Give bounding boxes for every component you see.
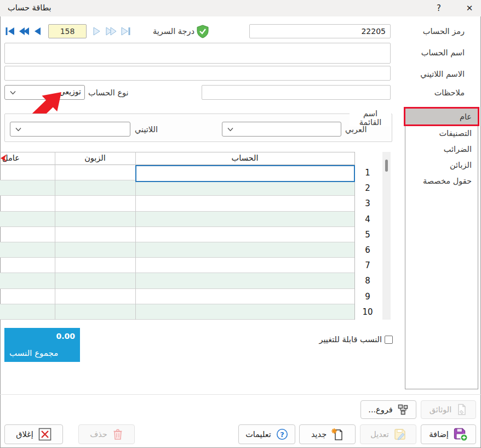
security-level-label: درجة السرية [137, 27, 194, 36]
table-row[interactable] [0, 258, 355, 273]
new-document-icon [331, 428, 343, 441]
chevron-down-icon [15, 127, 21, 131]
table-row[interactable] [0, 227, 355, 242]
add-button[interactable]: إضافة [421, 424, 476, 444]
footer-divider [0, 394, 481, 395]
ratios-changeable-label: النسب قابلة للتغيير [270, 335, 382, 344]
account-code-label: رمز الحساب [392, 27, 465, 36]
table-header-account[interactable]: الحساب [135, 154, 354, 162]
branches-button[interactable]: فروع... [360, 400, 416, 419]
list-name-latin-label: اللاتيني [135, 125, 173, 134]
table-row[interactable] [0, 180, 355, 196]
delete-button-label: حذف [90, 430, 107, 439]
edit-button: تعديل [360, 424, 416, 444]
notes-input[interactable] [202, 85, 391, 100]
scrollbar-thumb[interactable] [385, 160, 388, 172]
help-icon: ? [276, 428, 288, 440]
nav-fast-next-icon[interactable] [106, 27, 117, 36]
ratios-total-label: مجموع النسب [9, 348, 58, 358]
sidebar-tab-1[interactable]: التصنيفات [405, 126, 478, 141]
row-number[interactable]: 6 [356, 242, 379, 258]
record-number-input[interactable] [48, 24, 87, 38]
row-number[interactable]: 9 [356, 289, 379, 304]
table-scrollbar[interactable] [382, 152, 391, 320]
nav-last-icon[interactable] [121, 27, 130, 36]
table-row[interactable] [0, 289, 355, 304]
account-card-dialog: بطاقة حساب ? ✕ درجة السرية رمز الحساب اس… [0, 0, 481, 448]
nav-fast-prev-icon[interactable] [19, 27, 30, 36]
account-name-input[interactable] [4, 43, 391, 64]
table-column-divider [55, 152, 55, 320]
table-row[interactable] [0, 242, 355, 258]
table-row[interactable] [0, 304, 355, 320]
sidebar-tab-4[interactable]: حقول مخصصة [405, 173, 478, 189]
row-number[interactable]: 10 [356, 304, 379, 320]
table-header-customer[interactable]: الزبون [55, 154, 135, 162]
add-save-icon [454, 428, 468, 441]
notes-label: ملاحظات [392, 88, 465, 97]
title-bar [0, 0, 481, 16]
list-name-latin-select[interactable] [10, 122, 130, 137]
documents-button: الوثائق [421, 400, 476, 419]
help-titlebar-button[interactable]: ? [431, 2, 447, 14]
branches-icon [398, 404, 409, 415]
nav-next-icon[interactable] [93, 27, 101, 36]
latin-name-label: الاسم اللاتيني [392, 70, 465, 78]
account-name-label: اسم الحساب [392, 48, 465, 57]
row-number[interactable]: 1 [356, 165, 379, 180]
sidebar-tabs-panel: عامالتصنيفاتالضرائبالزبائنحقول مخصصة [405, 108, 478, 389]
table-top-border [0, 152, 355, 152]
help-button[interactable]: ? تعليمات [238, 424, 295, 444]
sidebar-tab-0[interactable]: عام [405, 109, 478, 126]
row-number[interactable]: 5 [356, 227, 379, 242]
row-number[interactable]: 8 [356, 273, 379, 288]
scroll-indicator-icon [0, 154, 7, 162]
sidebar-tab-3[interactable]: الزبائن [405, 157, 478, 173]
list-name-arabic-label: العربي [345, 125, 378, 134]
documents-icon [456, 404, 467, 416]
list-name-arabic-select[interactable] [222, 122, 341, 137]
nav-first-icon[interactable] [5, 27, 15, 36]
security-shield-icon[interactable] [197, 25, 209, 38]
documents-button-label: الوثائق [430, 405, 452, 414]
close-icon [38, 428, 51, 441]
chevron-down-icon [227, 127, 233, 131]
new-button[interactable]: جديد [299, 424, 356, 444]
close-button-label: إغلاق [16, 430, 33, 439]
page-title: بطاقة حساب [8, 3, 51, 12]
account-type-label: نوع الحساب [88, 88, 135, 97]
edit-save-icon [394, 428, 406, 440]
ratios-total-value: 0.00 [56, 332, 75, 341]
edit-button-label: تعديل [370, 430, 389, 439]
table-row[interactable] [0, 196, 355, 211]
help-button-label: تعليمات [245, 430, 271, 439]
table-row[interactable] [0, 212, 355, 227]
row-number[interactable]: 7 [356, 258, 379, 273]
row-number[interactable]: 2 [356, 180, 379, 196]
trash-icon [112, 428, 123, 440]
close-titlebar-button[interactable]: ✕ [461, 2, 478, 14]
selected-cell[interactable] [135, 165, 355, 182]
chevron-down-icon [10, 90, 16, 94]
row-number[interactable]: 3 [356, 196, 379, 211]
table-row[interactable] [0, 273, 355, 288]
account-code-input[interactable] [249, 24, 391, 38]
svg-text:?: ? [280, 430, 284, 439]
list-name-group-title: اسم القائمة [350, 109, 391, 127]
latin-name-input[interactable] [4, 66, 391, 81]
delete-button: حذف [78, 424, 135, 444]
branches-button-label: فروع... [368, 405, 392, 414]
ratios-total-box: 0.00 مجموع النسب [4, 328, 80, 362]
sidebar-tab-2[interactable]: الضرائب [405, 141, 478, 157]
close-button[interactable]: إغلاق [4, 424, 63, 444]
row-number[interactable]: 4 [356, 212, 379, 227]
new-button-label: جديد [311, 430, 327, 439]
add-button-label: إضافة [429, 430, 448, 439]
ratios-changeable-checkbox[interactable] [385, 336, 393, 344]
nav-prev-icon[interactable] [33, 27, 41, 36]
